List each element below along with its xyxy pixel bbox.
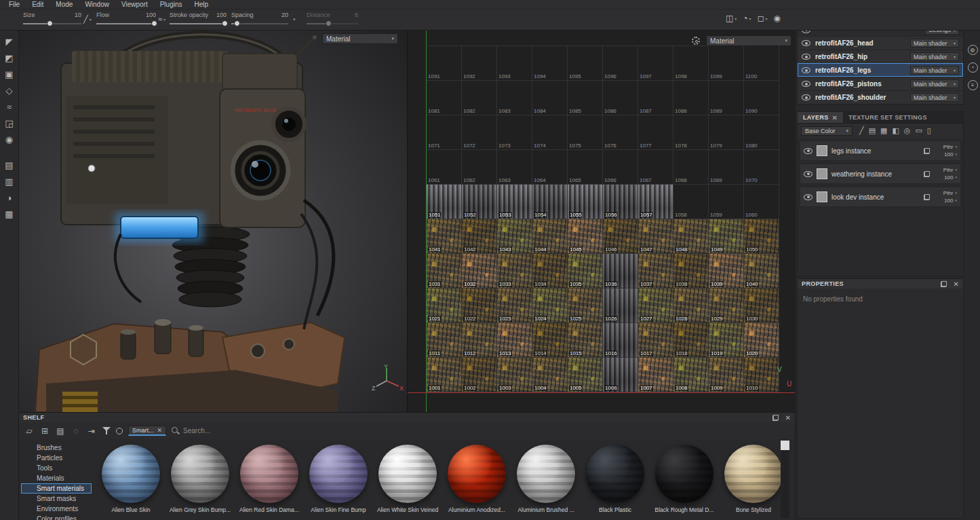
udim-tile[interactable]: 1003 (497, 357, 532, 392)
udim-tile[interactable]: 1001 (427, 357, 462, 392)
udim-tile[interactable]: 1034 (532, 253, 568, 288)
blend-mode-dropdown[interactable]: Pthr▾ (943, 143, 957, 151)
list-view-icon[interactable]: ▤ (55, 426, 66, 436)
flow-slider[interactable] (96, 20, 156, 28)
blend-mode-dropdown[interactable]: Pthr▾ (943, 189, 957, 197)
history-icon[interactable]: ◔ (968, 62, 978, 73)
menu-item[interactable]: Window (79, 0, 115, 9)
udim-tile[interactable]: 1038 (673, 253, 709, 288)
udim-tile[interactable]: 1045 (568, 219, 603, 253)
viewport-3d[interactable]: RETROFIT AF26 Material▾ Y X Z (19, 31, 407, 412)
udim-tile[interactable]: 1068 (673, 149, 709, 184)
float-panel-icon[interactable] (941, 281, 947, 287)
visibility-eye-icon[interactable] (802, 54, 810, 60)
blend-mode-dropdown[interactable]: Pthr▾ (943, 166, 957, 174)
udim-tile[interactable]: 1027 (638, 288, 673, 322)
texture-set-row[interactable]: retrofitAF26_shoulder Main shader▾ (798, 90, 963, 104)
udim-tile[interactable]: 1053 (497, 184, 532, 219)
material-mode-dropdown-2d[interactable]: Material▾ (706, 35, 791, 46)
udim-tile[interactable]: 1056 (603, 184, 638, 219)
texture-set-row[interactable]: retrofitAF26_pistons Main shader▾ (798, 77, 963, 90)
udim-tile[interactable]: 1026 (603, 288, 638, 322)
udim-tile[interactable]: 1060 (744, 184, 779, 219)
udim-tile[interactable]: 1078 (673, 115, 709, 149)
channel-dropdown[interactable]: Base Color▾ (801, 126, 852, 136)
udim-tile[interactable]: 1036 (603, 253, 638, 288)
udim-tile[interactable]: 1100 (744, 45, 779, 80)
udim-tile[interactable]: 1022 (462, 288, 497, 322)
hide-resources-icon[interactable]: ◌ (71, 426, 81, 436)
settings-gear-icon[interactable] (692, 37, 700, 46)
stroke-opacity-slider-handle[interactable] (222, 20, 228, 26)
udim-tile[interactable]: 1092 (462, 45, 497, 80)
udim-tile[interactable]: 1023 (497, 288, 532, 322)
add-paint-layer-icon[interactable]: ▤ (869, 126, 876, 135)
udim-tile[interactable]: 1054 (532, 184, 568, 219)
size-slider[interactable] (23, 20, 81, 28)
menu-item[interactable]: Help (189, 0, 215, 9)
layer-row[interactable]: legs instance Pthr▾ 100▾ (800, 141, 961, 161)
udim-tile[interactable]: 1039 (709, 253, 744, 288)
shader-dropdown[interactable]: Main shader▾ (910, 66, 959, 75)
spacing-slider-handle[interactable] (234, 20, 240, 26)
add-folder-icon[interactable]: ⊞ (39, 426, 50, 436)
layer-visibility-eye-icon[interactable] (804, 148, 812, 154)
symmetry-icon[interactable]: ◫▾ (726, 14, 737, 23)
material-item[interactable]: Aluminium Brushed ... (514, 445, 578, 519)
menu-item[interactable]: Plugins (154, 0, 189, 9)
udim-tile[interactable]: 1065 (568, 149, 603, 184)
layer-row[interactable]: look dev instance Pthr▾ 100▾ (800, 187, 961, 207)
udim-tile[interactable]: 1088 (673, 80, 709, 115)
resources-icon[interactable]: ◍ (968, 45, 978, 55)
projection-tool[interactable]: ▣ (2, 67, 17, 81)
filter-tag-smart[interactable]: Smart...✕ (128, 426, 166, 436)
search-input[interactable] (183, 427, 785, 434)
shelf-category-item[interactable]: Environments (21, 504, 92, 514)
udim-tile[interactable]: 1011 (427, 322, 462, 357)
udim-tile[interactable]: 1035 (568, 253, 603, 288)
smudge-tool[interactable]: ≈ (2, 99, 17, 114)
shelf-category-item[interactable]: Smart masks (21, 494, 92, 504)
visibility-eye-icon[interactable] (802, 40, 810, 46)
shelf-category-item[interactable]: Tools (21, 463, 92, 473)
udim-tile[interactable]: 1040 (744, 253, 779, 288)
camera-icon[interactable]: ◻▾ (758, 14, 768, 23)
udim-tile[interactable]: 1063 (497, 149, 532, 184)
udim-tile[interactable]: 1070 (744, 149, 779, 184)
udim-tile[interactable]: 1043 (497, 219, 532, 253)
material-sphere-preview[interactable] (171, 445, 229, 503)
udim-tile[interactable]: 1090 (744, 80, 779, 115)
viewport-2d[interactable]: 1091109210931094109510961097109810991100… (407, 31, 795, 412)
udim-tile[interactable]: 1002 (462, 357, 497, 392)
material-sphere-preview[interactable] (655, 445, 713, 503)
material-sphere-preview[interactable] (517, 445, 575, 503)
udim-tile[interactable]: 1020 (744, 322, 779, 357)
udim-tile[interactable]: 1016 (603, 322, 638, 357)
udim-tile[interactable]: 1046 (603, 219, 638, 253)
udim-tile[interactable]: 1080 (744, 115, 779, 149)
menu-item[interactable]: File (3, 0, 26, 9)
shelf-category-item[interactable]: Materials (21, 473, 92, 483)
udim-tile[interactable]: 1019 (709, 322, 744, 357)
udim-tile[interactable]: 1061 (427, 149, 462, 184)
flow-slider-handle[interactable] (151, 20, 157, 26)
menu-item[interactable]: Viewport (115, 0, 154, 9)
udim-tile[interactable]: 1044 (532, 219, 568, 253)
udim-tile[interactable]: 1073 (497, 115, 532, 149)
material-sphere-preview[interactable] (724, 445, 783, 503)
udim-tile[interactable]: 1055 (568, 184, 603, 219)
add-group-icon[interactable]: ▭ (915, 126, 922, 135)
udim-tile[interactable]: 1085 (568, 80, 603, 115)
udim-tile[interactable]: 1007 (638, 357, 673, 392)
tab-texture-set-settings[interactable]: TEXTURE SET SETTINGS (843, 112, 933, 123)
visibility-eye-icon[interactable] (802, 81, 810, 87)
quick-mask-icon[interactable]: ◔▾ (743, 14, 751, 23)
udim-tile[interactable]: 1047 (638, 219, 673, 253)
udim-tile[interactable]: 1008 (673, 357, 709, 392)
layer-thumbnail[interactable] (817, 191, 827, 202)
material-item[interactable]: Alien Grey Skin Bump... (168, 445, 232, 519)
udim-tile[interactable]: 1015 (568, 322, 603, 357)
import-resources-icon[interactable]: ⇥ (86, 426, 97, 436)
status-circle-icon[interactable] (116, 428, 123, 434)
udim-tile[interactable]: 1049 (709, 219, 744, 253)
